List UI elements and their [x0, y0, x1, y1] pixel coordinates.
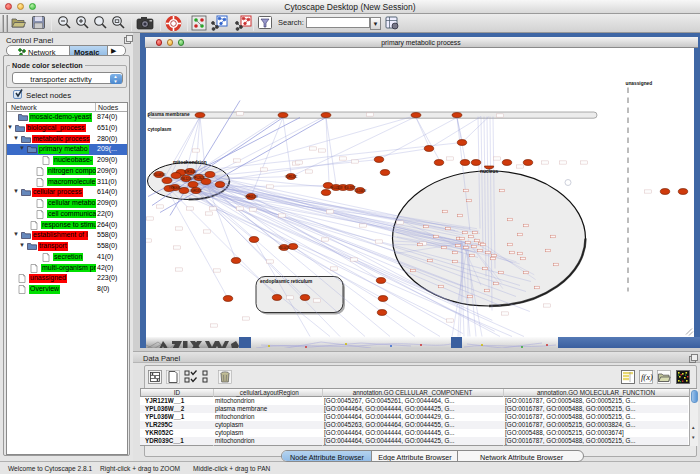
svg-text:YGR183C: YGR183C	[190, 188, 203, 192]
svg-text:YBL045C: YBL045C	[278, 245, 290, 249]
svg-text:YPL262W: YPL262W	[193, 175, 206, 179]
svg-text:YHR051W: YHR051W	[244, 194, 258, 198]
svg-text:YKR066C: YKR066C	[169, 185, 181, 189]
svg-text:YJL166W: YJL166W	[354, 188, 366, 192]
svg-text:YLR164W: YLR164W	[184, 169, 197, 173]
svg-text:f(x): f(x)	[641, 372, 653, 382]
svg-text:endoplasmic reticulum: endoplasmic reticulum	[260, 279, 312, 284]
svg-text:YDR529C: YDR529C	[285, 174, 298, 178]
svg-text:nucleus: nucleus	[480, 169, 498, 174]
svg-text:cytoplasm: cytoplasm	[148, 127, 172, 132]
svg-text:YEL024W: YEL024W	[330, 185, 343, 189]
svg-text:plasma membrane: plasma membrane	[148, 112, 190, 117]
svg-text:mitochondrion: mitochondrion	[173, 159, 207, 164]
svg-text:unassigned: unassigned	[626, 80, 653, 85]
svg-text:YDL085W: YDL085W	[153, 172, 166, 176]
svg-text:YML120C: YML120C	[180, 176, 192, 180]
